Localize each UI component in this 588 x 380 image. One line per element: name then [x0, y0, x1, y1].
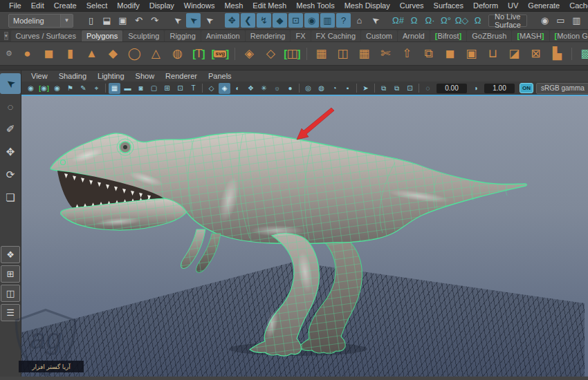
new-scene-icon[interactable]: ▯: [84, 13, 98, 28]
type-tool-icon[interactable]: [T]: [190, 44, 208, 63]
panel-menu-shading[interactable]: Shading: [53, 72, 92, 80]
snap-center-icon[interactable]: Ω°: [439, 13, 453, 28]
poke-icon[interactable]: ◪: [505, 44, 524, 63]
shadows-icon[interactable]: ✳: [258, 83, 270, 94]
smooth-cube-icon[interactable]: ◼: [441, 44, 459, 63]
shelf-tab-sculpting[interactable]: Sculpting: [123, 30, 164, 41]
border-edge-icon[interactable]: ▣: [462, 44, 481, 63]
poly-cylinder-icon[interactable]: ▮: [61, 44, 80, 63]
snap-curve-icon[interactable]: Ω: [407, 13, 421, 28]
shaded-icon[interactable]: ◈: [219, 83, 230, 94]
gate-mask-icon[interactable]: ▢: [148, 83, 160, 94]
universal-manip-icon[interactable]: ⊡: [288, 13, 303, 28]
poly-pyramid-icon[interactable]: △: [147, 44, 165, 63]
snap-grid-icon[interactable]: Ω#: [391, 13, 405, 28]
shelf-tab-fx[interactable]: FX: [291, 30, 310, 41]
menu-item-generate[interactable]: Generate: [523, 1, 564, 10]
extrude-icon[interactable]: ⇧: [398, 44, 416, 63]
lock-camera-icon[interactable]: [◉]: [38, 83, 50, 94]
shelf-tab-gozbrush[interactable]: GoZBrush: [467, 30, 511, 41]
open-scene-icon[interactable]: ⬓: [100, 13, 114, 28]
shelf-tab-bifrost[interactable]: [Bifrost]: [430, 30, 467, 41]
smooth-icon[interactable]: ▦: [312, 44, 331, 63]
grid-options-icon[interactable]: ▥: [320, 13, 335, 28]
select-component-icon[interactable]: ➤: [202, 13, 217, 28]
menu-item-create[interactable]: Create: [49, 1, 82, 10]
shelf-tab-rendering[interactable]: Rendering: [246, 30, 291, 41]
redo-icon[interactable]: ↷: [147, 13, 162, 28]
target-weld-icon[interactable]: ⊠: [526, 44, 545, 63]
xray-joints-icon[interactable]: ◍: [315, 83, 327, 94]
select-tool[interactable]: ➤: [0, 73, 21, 94]
live-surface-field[interactable]: No Live Surface: [488, 15, 527, 27]
wireframe-icon[interactable]: ◇: [205, 83, 217, 94]
menu-item-surfaces[interactable]: Surfaces: [429, 1, 468, 10]
use-all-lights-icon[interactable]: ❖: [245, 83, 257, 94]
menu-set-dropdown[interactable]: Modeling ▼: [8, 14, 73, 28]
select-hierarchy-icon[interactable]: ➤: [170, 13, 185, 28]
rotate-manip-icon[interactable]: ❮: [241, 13, 255, 28]
menu-item-mesh[interactable]: Mesh: [219, 1, 248, 10]
combine-icon[interactable]: ◈: [240, 44, 259, 63]
panel-menu-view[interactable]: View: [26, 72, 53, 80]
shelf-tab-custom[interactable]: Custom: [361, 30, 397, 41]
undo-icon[interactable]: ↶: [131, 13, 146, 28]
panel-menu-lighting[interactable]: Lighting: [92, 72, 130, 80]
shelf-menu-button[interactable]: ▾: [4, 32, 8, 40]
symmetry-icon[interactable]: ◉: [304, 13, 319, 28]
shelf-tab-rigging[interactable]: Rigging: [165, 30, 200, 41]
snap-cursor-icon[interactable]: ➤: [368, 13, 383, 28]
render-view-icon[interactable]: ◉: [538, 13, 552, 28]
menu-item-windows[interactable]: Windows: [179, 1, 220, 10]
viewport-select-icon[interactable]: ➤: [360, 83, 371, 94]
field-chart-icon[interactable]: ⊞: [161, 83, 173, 94]
menu-item-uv[interactable]: UV: [503, 1, 523, 10]
menu-item-modify[interactable]: Modify: [112, 1, 144, 10]
resolution-gate-icon[interactable]: ◙: [135, 83, 147, 94]
poly-plane-icon[interactable]: ◆: [104, 44, 122, 63]
shelf-tab-curves-surfaces[interactable]: Curves / Surfaces: [11, 30, 81, 41]
safe-title-icon[interactable]: T: [187, 83, 199, 94]
save-scene-icon[interactable]: ▣: [116, 13, 130, 28]
color-management-toggle[interactable]: ON: [520, 83, 533, 93]
gamma-field[interactable]: 1.00: [484, 84, 515, 93]
move-tool[interactable]: ✥: [0, 142, 21, 162]
menu-item-mesh-tools[interactable]: Mesh Tools: [291, 1, 339, 10]
bookmark-icon[interactable]: ⚑: [64, 83, 76, 94]
menu-item-cache[interactable]: Cache: [564, 1, 588, 10]
color-profile-dropdown[interactable]: sRGB gamma ▼: [536, 83, 588, 94]
lock-icon[interactable]: ⌂: [352, 13, 367, 28]
contrast-icon[interactable]: ◑: [470, 83, 481, 94]
help-line-icon[interactable]: ?: [336, 13, 351, 28]
shelf-tab-arnold[interactable]: Arnold: [398, 30, 430, 41]
scale-manip-icon[interactable]: ◆: [273, 13, 287, 28]
rotate-tool[interactable]: ⟳: [0, 164, 21, 185]
shelf-tab-polygons[interactable]: Polygons: [82, 30, 122, 41]
two-d-pan-icon[interactable]: ⌖: [91, 83, 102, 94]
viewport-3d[interactable]: [21, 96, 588, 377]
ipr-render-icon[interactable]: ▥: [569, 13, 584, 28]
gear-icon[interactable]: ⚙: [6, 48, 12, 60]
select-camera-icon[interactable]: ◉: [25, 83, 37, 94]
reduce-icon[interactable]: ◫: [333, 44, 352, 63]
mirror-icon[interactable]: ⧉: [419, 44, 438, 63]
panel-menu-panels[interactable]: Panels: [203, 72, 237, 80]
menu-item-file[interactable]: File: [4, 1, 26, 10]
svg-tool-icon[interactable]: [svg]: [211, 44, 230, 63]
film-gate-icon[interactable]: ▬: [122, 83, 134, 94]
menu-item-curves[interactable]: Curves: [395, 1, 429, 10]
poly-torus-icon[interactable]: ◯: [125, 44, 144, 63]
isolate-view-icon[interactable]: ⊡: [404, 83, 416, 94]
make-live-icon[interactable]: Ω: [470, 13, 485, 28]
paint-select-tool[interactable]: ✐: [0, 119, 21, 140]
poly-cone-icon[interactable]: ▲: [82, 44, 101, 63]
camera-attributes-icon[interactable]: ◉: [51, 83, 63, 94]
sculpt-mesh-icon[interactable]: ▩: [577, 44, 588, 63]
snap-point-icon[interactable]: Ω·: [423, 13, 437, 28]
separate-icon[interactable]: ◇: [261, 44, 280, 63]
render-frame-icon[interactable]: ▭: [553, 13, 568, 28]
grid-toggle-icon[interactable]: ▦: [109, 83, 120, 94]
xray-active-icon[interactable]: ◔: [329, 83, 340, 94]
greasepencil-icon[interactable]: ▪: [342, 83, 353, 94]
shelf-tab-animation[interactable]: Animation: [201, 30, 245, 41]
